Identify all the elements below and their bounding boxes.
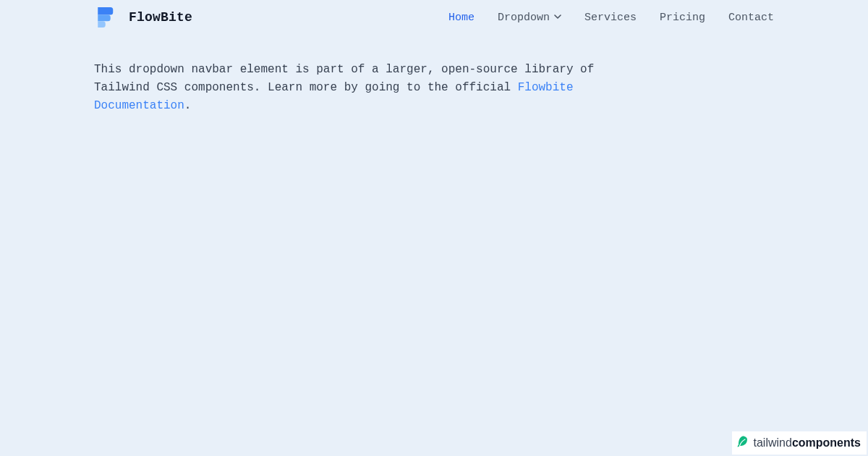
description-part2: . [184,99,192,112]
brand-name: FlowBite [129,10,192,25]
navbar: FlowBite Home Dropdown Services Pricing [94,6,774,46]
nav-label: Home [448,12,475,24]
nav-link-home[interactable]: Home [448,12,475,24]
nav-link-contact[interactable]: Contact [728,12,774,24]
nav-link-dropdown[interactable]: Dropdown [498,12,561,24]
nav-links: Home Dropdown Services Pricing Contact [448,12,774,24]
nav-label: Contact [728,12,774,24]
footer-bold: components [792,436,861,449]
flowbite-logo-icon [94,6,114,29]
chevron-down-icon [554,12,561,24]
leaf-icon [736,435,749,451]
brand-link[interactable]: FlowBite [94,6,192,29]
footer-light: tailwind [754,436,792,449]
content-area: This dropdown navbar element is part of … [94,46,774,114]
nav-label: Pricing [660,12,705,24]
description-text: This dropdown navbar element is part of … [94,61,600,114]
nav-label: Dropdown [498,12,550,24]
nav-link-services[interactable]: Services [584,12,637,24]
nav-label: Services [584,12,637,24]
nav-link-pricing[interactable]: Pricing [660,12,705,24]
tailwind-components-badge[interactable]: tailwindcomponents [732,431,867,455]
footer-text: tailwindcomponents [754,436,861,449]
